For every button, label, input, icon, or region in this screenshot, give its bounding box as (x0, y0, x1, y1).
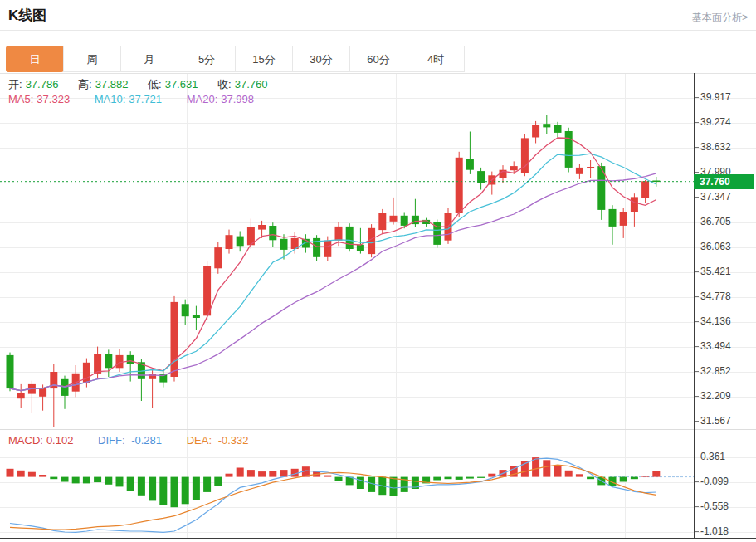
y-axis-label: 37.347 (695, 191, 731, 203)
tab-30分[interactable]: 30分 (292, 46, 350, 72)
macd-bar (620, 477, 627, 482)
macd-bar (652, 471, 660, 477)
close-value: 37.760 (235, 78, 268, 90)
candle-body (456, 158, 463, 213)
candle-body (258, 225, 266, 230)
y-axis-label: 32.209 (695, 390, 731, 402)
tab-5分[interactable]: 5分 (178, 46, 236, 72)
ma5-value: 37.323 (37, 93, 70, 105)
macd-bar (17, 471, 25, 477)
fundamental-analysis-link[interactable]: 基本面分析> (692, 11, 748, 25)
candle-body (466, 159, 474, 170)
open-value: 37.786 (26, 78, 59, 90)
candle-body (532, 125, 539, 137)
macd-bar (565, 471, 573, 477)
y-axis-label: 38.632 (695, 141, 731, 153)
tab-月[interactable]: 月 (120, 46, 178, 72)
macd-bar (466, 477, 474, 479)
y-axis-label: 39.917 (695, 91, 731, 103)
candle-body (543, 124, 550, 127)
macd-bar (641, 476, 649, 476)
macd-bar (543, 460, 550, 476)
candle-body (83, 363, 90, 383)
y-axis-label: 34.136 (695, 315, 731, 327)
macd-bar (39, 475, 46, 477)
y-axis-label: 36.063 (695, 241, 731, 252)
macd-bar (159, 477, 167, 505)
candle-body (105, 354, 112, 368)
y-axis-label: 34.778 (695, 291, 731, 302)
ma20-label: MA20: (187, 93, 218, 105)
macd-bar (171, 477, 178, 508)
macd-bar (214, 477, 222, 486)
macd-bar (203, 477, 211, 492)
diff-label: DIFF: -0.281 (98, 434, 165, 447)
macd-bar (324, 476, 331, 477)
y-axis-label: 32.852 (695, 365, 731, 377)
candlestick-chart[interactable] (0, 73, 694, 430)
candle-body (565, 131, 573, 168)
dea-label: DEA: -0.332 (187, 434, 252, 447)
macd-bar (149, 477, 156, 501)
candle-body (357, 245, 364, 251)
candle-body (182, 304, 189, 316)
macd-bar (138, 477, 145, 496)
ma5-label: MA5: (8, 93, 33, 105)
current-price-badge: 37.760 (694, 174, 754, 189)
candle-body (193, 315, 200, 318)
macd-bar (258, 471, 266, 477)
candle-body (641, 181, 649, 198)
macd-bar (587, 477, 594, 480)
macd-bar (83, 477, 90, 484)
macd-bar (105, 477, 112, 485)
candle-body (116, 355, 124, 368)
macd-bar (237, 468, 244, 477)
page-title: K线图 (8, 6, 46, 25)
macd-bar (50, 477, 57, 480)
ma10-label: MA10: (95, 93, 126, 105)
macd-label: MACD:0.102 (8, 434, 76, 447)
macd-bar (72, 477, 80, 484)
candle-body (171, 302, 178, 377)
tab-60分[interactable]: 60分 (349, 46, 407, 72)
macd-bar (247, 470, 255, 477)
macd-bar (116, 477, 124, 487)
candle-body (368, 228, 375, 254)
macd-bar (226, 474, 233, 477)
tab-4时[interactable]: 4时 (407, 46, 465, 72)
macd-bar (28, 472, 36, 477)
y-axis-label: 33.494 (695, 340, 731, 352)
macd-bar (7, 469, 14, 477)
macd-bar (61, 477, 69, 482)
header-divider (0, 30, 756, 31)
candle-body (226, 235, 233, 249)
candle-body (335, 227, 343, 241)
macd-bar (269, 471, 276, 476)
candle-body (324, 241, 331, 257)
open-label: 开: (8, 78, 22, 90)
y-axis-label: -0.558 (695, 500, 729, 512)
tab-周[interactable]: 周 (63, 46, 121, 72)
kline-app: K线图 基本面分析> 日周月5分15分30分60分4时 开:37.786 高:3… (0, 0, 756, 542)
tab-日[interactable]: 日 (6, 46, 64, 72)
ma10-value: 37.721 (129, 93, 162, 105)
candle-body (620, 212, 627, 226)
candle-body (631, 197, 638, 212)
y-axis-label: -1.018 (695, 525, 729, 537)
candle-body (237, 237, 244, 247)
candle-body (7, 355, 14, 388)
y-axis-label: 35.421 (695, 266, 731, 277)
candle-body (378, 213, 386, 230)
tab-15分[interactable]: 15分 (235, 46, 293, 72)
macd-bar (357, 477, 364, 489)
macd-bar (193, 477, 200, 500)
low-value: 37.631 (165, 78, 198, 90)
candle-body (203, 266, 211, 316)
candle-body (94, 354, 101, 374)
ma-readout: MA5:37.323 MA10:37.721 MA20:37.998 (8, 93, 276, 105)
candle-body (61, 379, 69, 396)
candle-body (576, 168, 583, 174)
macd-bar (182, 477, 189, 505)
y-axis-label: -0.099 (695, 476, 729, 487)
y-axis-label: 31.567 (695, 415, 731, 427)
